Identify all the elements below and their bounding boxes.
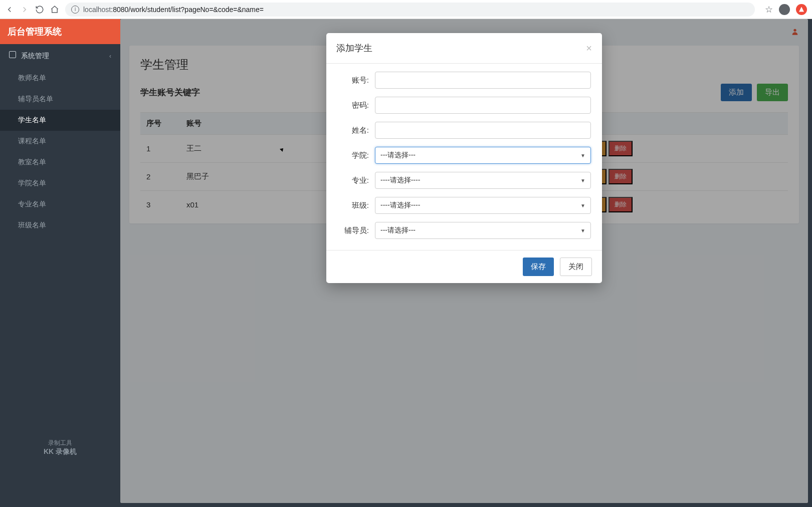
label-password: 密码: xyxy=(337,101,375,110)
label-major: 专业: xyxy=(337,176,375,185)
modal-title: 添加学生 xyxy=(336,42,372,54)
add-student-modal: 添加学生 × 账号: 密码: 姓名: xyxy=(326,33,602,283)
form-row-password: 密码: xyxy=(337,97,591,114)
label-college: 学院: xyxy=(337,151,375,160)
select-class-value: ----请选择---- xyxy=(380,201,420,210)
url-bar[interactable]: i localhost:8080/work/student/list?pageN… xyxy=(65,3,755,17)
modal-body: 账号: 密码: 姓名: 学院: xyxy=(326,64,602,250)
sidebar: 后台管理系统 系统管理 ‹ 教师名单 辅导员名单 学生名单 课程名单 教室名单 … xyxy=(0,19,120,507)
sidebar-item-classroom[interactable]: 教室名单 xyxy=(0,152,120,173)
site-info-icon[interactable]: i xyxy=(71,6,79,14)
label-class: 班级: xyxy=(337,201,375,210)
sidebar-item-class[interactable]: 班级名单 xyxy=(0,215,120,236)
nav-back[interactable] xyxy=(5,5,14,14)
nav-reload[interactable] xyxy=(35,5,44,14)
save-button[interactable]: 保存 xyxy=(523,258,554,276)
input-name[interactable] xyxy=(375,122,591,139)
modal-footer: 保存 关闭 xyxy=(326,250,602,283)
chevron-down-icon: ▼ xyxy=(580,203,585,208)
modal-header: 添加学生 × xyxy=(326,33,602,64)
label-counselor: 辅导员: xyxy=(337,226,375,235)
extension-icon[interactable] xyxy=(796,4,807,15)
close-icon[interactable]: × xyxy=(586,43,592,53)
form-row-name: 姓名: xyxy=(337,122,591,139)
chevron-down-icon: ▼ xyxy=(580,228,585,233)
sidebar-section-system[interactable]: 系统管理 ‹ xyxy=(0,44,120,68)
sidebar-item-counselor[interactable]: 辅导员名单 xyxy=(0,89,120,110)
form-row-account: 账号: xyxy=(337,72,591,89)
bookmark-star-icon[interactable]: ☆ xyxy=(765,4,773,15)
select-college-value: ---请选择--- xyxy=(380,151,416,160)
sidebar-item-student[interactable]: 学生名单 xyxy=(0,110,120,131)
input-password[interactable] xyxy=(375,97,591,114)
form-row-counselor: 辅导员: ---请选择--- ▼ xyxy=(337,222,591,239)
input-account[interactable] xyxy=(375,72,591,89)
content-wrap: 学生管理 学生账号关键字 添加 导出 序号 账号 班 辅导员 操作 xyxy=(120,19,812,507)
form-row-major: 专业: ----请选择---- ▼ xyxy=(337,172,591,189)
cursor-pointer xyxy=(281,147,286,152)
form-row-college: 学院: ---请选择--- ▼ xyxy=(337,147,591,164)
select-major[interactable]: ----请选择---- ▼ xyxy=(375,172,591,189)
select-class[interactable]: ----请选择---- ▼ xyxy=(375,197,591,214)
nav-home[interactable] xyxy=(50,5,59,14)
chevron-down-icon: ▼ xyxy=(580,153,585,158)
content: 学生管理 学生账号关键字 添加 导出 序号 账号 班 辅导员 操作 xyxy=(120,19,808,503)
app-root: 后台管理系统 系统管理 ‹ 教师名单 辅导员名单 学生名单 课程名单 教室名单 … xyxy=(0,19,812,507)
sidebar-item-college[interactable]: 学院名单 xyxy=(0,173,120,194)
recorder-watermark: 录制工具 KK 录像机 xyxy=(0,439,120,507)
select-counselor[interactable]: ---请选择--- ▼ xyxy=(375,222,591,239)
sidebar-item-teacher[interactable]: 教师名单 xyxy=(0,68,120,89)
chevron-left-icon: ‹ xyxy=(109,53,111,60)
select-major-value: ----请选择---- xyxy=(380,176,420,185)
select-college[interactable]: ---请选择--- ▼ xyxy=(375,147,591,164)
select-counselor-value: ---请选择--- xyxy=(380,226,416,235)
modal-overlay[interactable]: 添加学生 × 账号: 密码: 姓名: xyxy=(120,19,808,503)
label-account: 账号: xyxy=(337,76,375,85)
profile-avatar-icon[interactable] xyxy=(779,4,790,15)
nav-forward[interactable] xyxy=(20,5,29,14)
sidebar-section-label: 系统管理 xyxy=(21,52,49,60)
grid-icon xyxy=(9,51,16,58)
close-button[interactable]: 关闭 xyxy=(560,258,592,276)
brand-title: 后台管理系统 xyxy=(0,19,120,44)
sidebar-item-course[interactable]: 课程名单 xyxy=(0,131,120,152)
browser-toolbar: i localhost:8080/work/student/list?pageN… xyxy=(0,0,812,19)
form-row-class: 班级: ----请选择---- ▼ xyxy=(337,197,591,214)
label-name: 姓名: xyxy=(337,126,375,135)
url-text: localhost:8080/work/student/list?pageNo=… xyxy=(83,6,264,14)
chevron-down-icon: ▼ xyxy=(580,178,585,183)
sidebar-item-major[interactable]: 专业名单 xyxy=(0,194,120,215)
